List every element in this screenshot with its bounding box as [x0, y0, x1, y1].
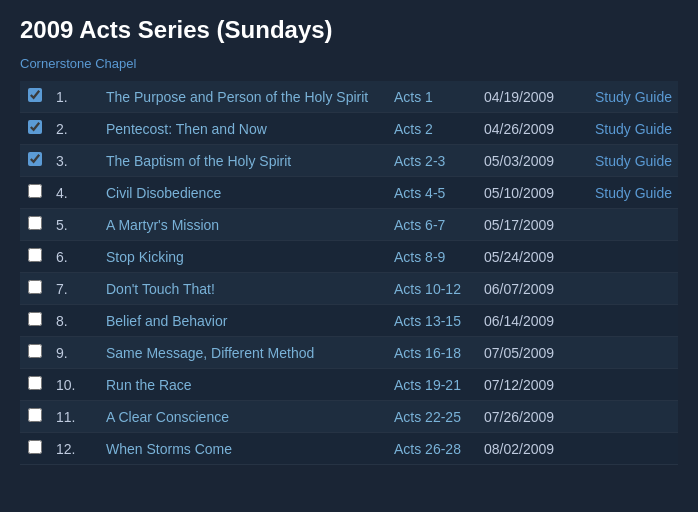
sermon-title[interactable]: Run the Race — [100, 369, 388, 401]
scripture-reference: Acts 8-9 — [388, 241, 478, 273]
checkbox-row-2[interactable] — [28, 120, 42, 134]
row-number: 12. — [50, 433, 100, 465]
sermon-title[interactable]: Stop Kicking — [100, 241, 388, 273]
scripture-reference: Acts 16-18 — [388, 337, 478, 369]
sermon-title[interactable]: Pentecost: Then and Now — [100, 113, 388, 145]
checkbox-cell — [20, 337, 50, 369]
row-number: 9. — [50, 337, 100, 369]
row-number: 1. — [50, 81, 100, 113]
checkbox-row-3[interactable] — [28, 152, 42, 166]
study-guide-link — [578, 401, 678, 433]
row-number: 7. — [50, 273, 100, 305]
checkbox-cell — [20, 209, 50, 241]
sermon-date: 07/12/2009 — [478, 369, 578, 401]
checkbox-cell — [20, 401, 50, 433]
checkbox-row-12[interactable] — [28, 440, 42, 454]
study-guide-link — [578, 433, 678, 465]
scripture-reference: Acts 13-15 — [388, 305, 478, 337]
row-number: 5. — [50, 209, 100, 241]
scripture-reference: Acts 26-28 — [388, 433, 478, 465]
study-guide-link[interactable]: Study Guide — [578, 177, 678, 209]
sermon-date: 06/07/2009 — [478, 273, 578, 305]
sermon-date: 04/26/2009 — [478, 113, 578, 145]
study-guide-link — [578, 305, 678, 337]
checkbox-cell — [20, 305, 50, 337]
sermon-date: 07/05/2009 — [478, 337, 578, 369]
sermon-title[interactable]: Civil Disobedience — [100, 177, 388, 209]
sermon-title[interactable]: The Baptism of the Holy Spirit — [100, 145, 388, 177]
table-row: 9.Same Message, Different MethodActs 16-… — [20, 337, 678, 369]
sermon-title[interactable]: The Purpose and Person of the Holy Spiri… — [100, 81, 388, 113]
table-row: 4.Civil DisobedienceActs 4-505/10/2009St… — [20, 177, 678, 209]
row-number: 10. — [50, 369, 100, 401]
checkbox-row-6[interactable] — [28, 248, 42, 262]
sermon-date: 05/03/2009 — [478, 145, 578, 177]
checkbox-cell — [20, 177, 50, 209]
scripture-reference: Acts 6-7 — [388, 209, 478, 241]
sermon-title[interactable]: A Clear Conscience — [100, 401, 388, 433]
row-number: 4. — [50, 177, 100, 209]
study-guide-link — [578, 337, 678, 369]
sermon-date: 05/10/2009 — [478, 177, 578, 209]
row-number: 2. — [50, 113, 100, 145]
checkbox-cell — [20, 81, 50, 113]
scripture-reference: Acts 1 — [388, 81, 478, 113]
sermon-date: 05/17/2009 — [478, 209, 578, 241]
page-title: 2009 Acts Series (Sundays) — [20, 16, 678, 44]
sermon-title[interactable]: A Martyr's Mission — [100, 209, 388, 241]
scripture-reference: Acts 22-25 — [388, 401, 478, 433]
sermon-title[interactable]: Don't Touch That! — [100, 273, 388, 305]
checkbox-row-10[interactable] — [28, 376, 42, 390]
table-row: 10.Run the RaceActs 19-2107/12/2009 — [20, 369, 678, 401]
sermon-table: 1.The Purpose and Person of the Holy Spi… — [20, 81, 678, 465]
sermon-date: 05/24/2009 — [478, 241, 578, 273]
study-guide-link — [578, 369, 678, 401]
row-number: 8. — [50, 305, 100, 337]
sermon-date: 06/14/2009 — [478, 305, 578, 337]
table-row: 6.Stop KickingActs 8-905/24/2009 — [20, 241, 678, 273]
checkbox-row-5[interactable] — [28, 216, 42, 230]
checkbox-cell — [20, 241, 50, 273]
scripture-reference: Acts 19-21 — [388, 369, 478, 401]
sermon-title[interactable]: Same Message, Different Method — [100, 337, 388, 369]
checkbox-cell — [20, 433, 50, 465]
scripture-reference: Acts 2 — [388, 113, 478, 145]
table-row: 5.A Martyr's MissionActs 6-705/17/2009 — [20, 209, 678, 241]
table-row: 7.Don't Touch That!Acts 10-1206/07/2009 — [20, 273, 678, 305]
table-row: 8.Belief and BehaviorActs 13-1506/14/200… — [20, 305, 678, 337]
checkbox-cell — [20, 113, 50, 145]
scripture-reference: Acts 2-3 — [388, 145, 478, 177]
scripture-reference: Acts 10-12 — [388, 273, 478, 305]
table-row: 1.The Purpose and Person of the Holy Spi… — [20, 81, 678, 113]
study-guide-link — [578, 273, 678, 305]
study-guide-link[interactable]: Study Guide — [578, 145, 678, 177]
checkbox-row-7[interactable] — [28, 280, 42, 294]
sermon-date: 07/26/2009 — [478, 401, 578, 433]
study-guide-link — [578, 241, 678, 273]
table-row: 11.A Clear ConscienceActs 22-2507/26/200… — [20, 401, 678, 433]
checkbox-row-1[interactable] — [28, 88, 42, 102]
checkbox-row-4[interactable] — [28, 184, 42, 198]
checkbox-cell — [20, 369, 50, 401]
chapel-name: Cornerstone Chapel — [20, 56, 678, 71]
sermon-date: 04/19/2009 — [478, 81, 578, 113]
checkbox-cell — [20, 273, 50, 305]
row-number: 6. — [50, 241, 100, 273]
sermon-date: 08/02/2009 — [478, 433, 578, 465]
checkbox-row-9[interactable] — [28, 344, 42, 358]
checkbox-row-8[interactable] — [28, 312, 42, 326]
study-guide-link[interactable]: Study Guide — [578, 113, 678, 145]
study-guide-link[interactable]: Study Guide — [578, 81, 678, 113]
checkbox-row-11[interactable] — [28, 408, 42, 422]
table-row: 12.When Storms ComeActs 26-2808/02/2009 — [20, 433, 678, 465]
scripture-reference: Acts 4-5 — [388, 177, 478, 209]
checkbox-cell — [20, 145, 50, 177]
table-row: 3.The Baptism of the Holy SpiritActs 2-3… — [20, 145, 678, 177]
study-guide-link — [578, 209, 678, 241]
row-number: 11. — [50, 401, 100, 433]
sermon-title[interactable]: Belief and Behavior — [100, 305, 388, 337]
sermon-title[interactable]: When Storms Come — [100, 433, 388, 465]
row-number: 3. — [50, 145, 100, 177]
table-row: 2.Pentecost: Then and NowActs 204/26/200… — [20, 113, 678, 145]
